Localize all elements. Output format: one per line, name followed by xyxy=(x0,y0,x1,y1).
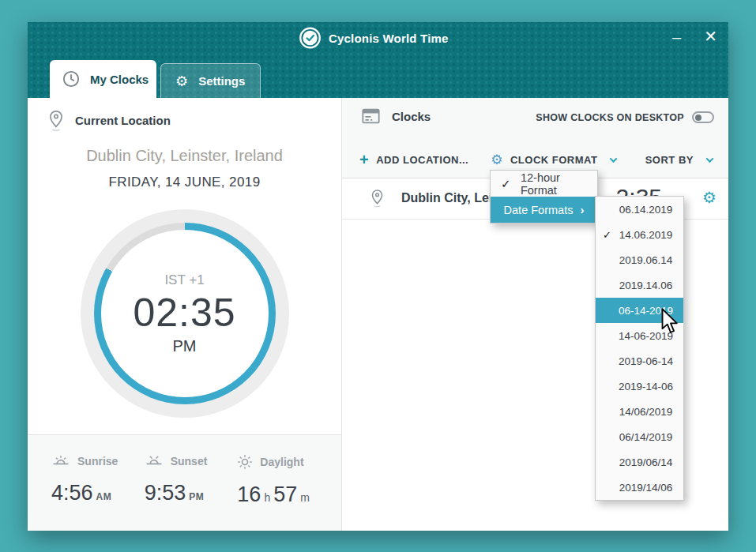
location-date: FRIDAY, 14 JUNE, 2019 xyxy=(28,175,341,190)
daylight-column: Daylight 16 h 57 m xyxy=(237,454,330,531)
clock-format-gear-icon: ⚙ xyxy=(491,153,503,167)
submenu-item[interactable]: 06/14/2019 xyxy=(596,424,683,449)
current-time: 02:35 xyxy=(133,290,235,336)
date-formats-submenu: 06.14.2019 ✓ 14.06.2019 2019.06.14 2019.… xyxy=(595,196,684,501)
chevron-down-icon xyxy=(610,155,618,163)
location-pin-icon xyxy=(48,110,64,131)
clocks-toolbar: + ADD LOCATION... ⚙ CLOCK FORMAT SORT BY xyxy=(359,152,713,167)
gear-icon: ⚙ xyxy=(175,74,188,88)
plus-icon: + xyxy=(359,152,369,167)
show-clocks-toggle-label: SHOW CLOCKS ON DESKTOP xyxy=(536,112,684,123)
minimize-button[interactable]: – xyxy=(672,28,681,47)
close-button[interactable]: ✕ xyxy=(704,27,717,46)
submenu-item[interactable]: 2019/06/14 xyxy=(596,449,683,475)
submenu-item[interactable]: 14/06/2019 xyxy=(596,399,683,424)
clock-face: IST +1 02:35 PM xyxy=(101,230,269,397)
meridiem-label: PM xyxy=(173,337,197,355)
show-clocks-toggle[interactable] xyxy=(692,111,714,123)
clock-format-dropdown[interactable]: ⚙ CLOCK FORMAT xyxy=(491,153,616,167)
daylight-sun-icon xyxy=(237,454,253,470)
add-location-button[interactable]: + ADD LOCATION... xyxy=(359,152,468,167)
clocks-panel-header: Clocks SHOW CLOCKS ON DESKTOP + ADD LOCA… xyxy=(342,98,728,178)
check-icon: ✓ xyxy=(501,177,512,191)
timezone-label: IST +1 xyxy=(164,272,204,288)
submenu-item[interactable]: 2019/14/06 xyxy=(596,475,683,500)
clock-dial: IST +1 02:35 PM xyxy=(81,209,289,418)
mouse-cursor-icon xyxy=(660,308,681,335)
current-location-panel: Current Location Dublin City, Leinster, … xyxy=(28,98,342,531)
clocks-list-icon xyxy=(362,108,380,124)
app-logo-icon xyxy=(299,27,321,49)
clock-row-gear-icon[interactable]: ⚙ xyxy=(702,190,717,205)
sunrise-icon xyxy=(51,454,70,468)
titlebar[interactable]: Cyclonis World Time – ✕ xyxy=(28,22,728,55)
submenu-item-checked[interactable]: ✓ 14.06.2019 xyxy=(596,222,683,247)
current-location-label: Current Location xyxy=(75,114,171,127)
submenu-item[interactable]: 06.14.2019 xyxy=(596,197,683,222)
sun-info-strip: Sunrise 4:56 AM xyxy=(28,434,341,531)
sunset-icon xyxy=(145,454,164,468)
menu-item-12-hour-format[interactable]: ✓ 12-hour Format xyxy=(491,171,597,197)
sort-by-dropdown[interactable]: SORT BY xyxy=(645,154,713,166)
submenu-item[interactable]: 2019.06.14 xyxy=(596,247,683,272)
clock-icon xyxy=(62,70,80,88)
menu-item-date-formats[interactable]: Date Formats › xyxy=(491,197,597,223)
toggle-knob xyxy=(695,115,701,121)
submenu-item[interactable]: 2019-14-06 xyxy=(596,374,683,399)
submenu-item[interactable]: 2019.14.06 xyxy=(596,272,683,298)
chevron-down-icon xyxy=(706,155,714,163)
submenu-arrow-icon: › xyxy=(580,203,584,216)
app-title: Cyclonis World Time xyxy=(329,32,449,45)
location-pin-icon xyxy=(370,189,384,208)
sunset-label: Sunset xyxy=(171,455,208,468)
clock-format-menu: ✓ 12-hour Format Date Formats › xyxy=(490,170,598,223)
daylight-value: 16 h 57 m xyxy=(237,483,330,507)
submenu-item[interactable]: 2019-06-14 xyxy=(596,348,683,374)
tab-my-clocks[interactable]: My Clocks xyxy=(50,60,156,98)
brand: Cyclonis World Time xyxy=(299,27,449,49)
sunset-value: 9:53 PM xyxy=(145,481,238,505)
current-location-header: Current Location xyxy=(48,110,171,131)
tab-settings[interactable]: ⚙ Settings xyxy=(160,63,261,98)
check-icon: ✓ xyxy=(603,229,611,241)
clock-progress-ring: IST +1 02:35 PM xyxy=(94,223,276,404)
sunrise-value: 4:56 AM xyxy=(51,481,145,505)
sunset-column: Sunset 9:53 PM xyxy=(145,454,238,531)
sunrise-label: Sunrise xyxy=(77,455,118,468)
desktop: { "window": { "title": "Cyclonis World T… xyxy=(0,0,756,552)
app-header: Cyclonis World Time – ✕ My Clocks ⚙ Sett… xyxy=(28,22,728,98)
location-name: Dublin City, Leinster, Ireland xyxy=(28,147,341,165)
tab-my-clocks-label: My Clocks xyxy=(90,73,149,86)
clocks-title: Clocks xyxy=(392,110,431,123)
tab-settings-label: Settings xyxy=(198,74,245,88)
daylight-label: Daylight xyxy=(260,456,303,468)
sunrise-column: Sunrise 4:56 AM xyxy=(51,454,145,531)
